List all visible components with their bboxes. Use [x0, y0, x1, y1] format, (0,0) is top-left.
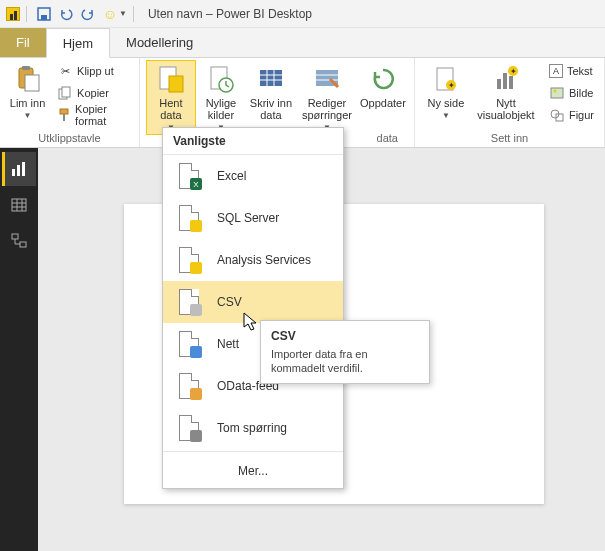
- new-page-icon: ✦: [431, 64, 461, 94]
- scissors-icon: ✂: [57, 63, 73, 79]
- undo-icon[interactable]: [57, 5, 75, 23]
- shapes-button[interactable]: Figur: [545, 104, 598, 126]
- separator: [26, 6, 27, 22]
- svg-rect-24: [497, 79, 501, 89]
- svg-rect-13: [260, 70, 282, 86]
- enter-data-icon: [256, 64, 286, 94]
- tab-file[interactable]: Fil: [0, 28, 46, 57]
- source-icon: [177, 414, 201, 442]
- dropdown-item-csv[interactable]: CSV: [163, 281, 343, 323]
- recent-icon: [206, 64, 236, 94]
- svg-rect-6: [62, 87, 70, 97]
- svg-point-30: [553, 90, 556, 93]
- enter-label: Skriv inn data: [248, 97, 294, 121]
- model-view-button[interactable]: [2, 224, 36, 258]
- cut-button[interactable]: ✂Klipp ut: [53, 60, 133, 82]
- enter-data-button[interactable]: Skriv inn data: [246, 60, 296, 121]
- dropdown-more[interactable]: Mer...: [163, 454, 343, 488]
- svg-rect-42: [20, 242, 26, 247]
- source-icon: [177, 204, 201, 232]
- dropdown-item-label: CSV: [217, 295, 242, 309]
- new-page-button[interactable]: ✦ Ny side ▼: [421, 60, 471, 122]
- dropdown-item-label: Excel: [217, 169, 246, 183]
- recent-sources-button[interactable]: Nylige kilder ▼: [196, 60, 246, 134]
- source-icon: [177, 246, 201, 274]
- tab-home[interactable]: Hjem: [46, 28, 110, 58]
- svg-rect-4: [25, 75, 39, 91]
- svg-rect-33: [12, 169, 15, 176]
- svg-rect-25: [503, 73, 507, 89]
- insert-group-label: Sett inn: [421, 130, 598, 147]
- source-icon: [177, 330, 201, 358]
- image-icon: [549, 85, 565, 101]
- ribbon-group-insert: ✦ Ny side ▼ ✦ Nytt visualobjekt ATekst B…: [415, 58, 605, 147]
- svg-rect-35: [22, 162, 25, 176]
- svg-rect-1: [41, 15, 47, 20]
- window-title: Uten navn – Power BI Desktop: [148, 7, 312, 21]
- view-sidebar: [0, 148, 38, 551]
- clipboard-group-label: Utklippstavle: [6, 130, 133, 147]
- paste-label: Lim inn: [10, 97, 45, 109]
- redo-icon[interactable]: [79, 5, 97, 23]
- dropdown-item-tom-spørring[interactable]: Tom spørring: [163, 407, 343, 449]
- svg-rect-41: [12, 234, 18, 239]
- ribbon-group-clipboard: Lim inn ▼ ✂Klipp ut Kopier Kopier format…: [0, 58, 140, 147]
- refresh-button[interactable]: Oppdater: [358, 60, 408, 109]
- new-visual-button[interactable]: ✦ Nytt visualobjekt: [471, 60, 541, 121]
- edit-queries-button[interactable]: Rediger spørringer ▼: [296, 60, 358, 134]
- copy-icon: [57, 85, 73, 101]
- edit-queries-icon: [312, 64, 342, 94]
- dropdown-item-label: Nett: [217, 337, 239, 351]
- paste-icon: [13, 64, 43, 94]
- svg-rect-36: [12, 199, 26, 211]
- data-view-button[interactable]: [2, 188, 36, 222]
- app-logo-icon: [6, 7, 20, 21]
- tab-modeling[interactable]: Modellering: [110, 28, 209, 57]
- dropdown-item-label: Analysis Services: [217, 253, 311, 267]
- source-icon: X: [177, 162, 201, 190]
- dropdown-item-sql-server[interactable]: SQL Server: [163, 197, 343, 239]
- source-icon: [177, 372, 201, 400]
- report-view-button[interactable]: [2, 152, 36, 186]
- svg-rect-8: [63, 114, 65, 121]
- refresh-label: Oppdater: [360, 97, 406, 109]
- text-button[interactable]: ATekst: [545, 60, 598, 82]
- tooltip: CSV Importer data fra en kommadelt verdi…: [260, 320, 430, 384]
- dropdown-header: Vanligste: [163, 128, 343, 155]
- brush-icon: [57, 107, 71, 123]
- tooltip-body: Importer data fra en kommadelt verdifil.: [271, 347, 419, 375]
- separator: [133, 6, 134, 22]
- svg-text:✦: ✦: [509, 67, 516, 76]
- paste-button[interactable]: Lim inn ▼: [6, 60, 49, 122]
- refresh-icon: [368, 64, 398, 94]
- smiley-icon[interactable]: ☺: [101, 5, 119, 23]
- format-painter-button[interactable]: Kopier format: [53, 104, 133, 126]
- dropdown-item-excel[interactable]: XExcel: [163, 155, 343, 197]
- dropdown-item-label: SQL Server: [217, 211, 279, 225]
- svg-rect-26: [509, 76, 513, 89]
- get-data-label: Hent data: [148, 97, 194, 121]
- svg-rect-7: [60, 109, 68, 114]
- new-page-label: Ny side: [428, 97, 465, 109]
- svg-rect-10: [169, 76, 183, 92]
- source-icon: [177, 288, 201, 316]
- save-icon[interactable]: [35, 5, 53, 23]
- svg-rect-29: [551, 88, 563, 98]
- copy-button[interactable]: Kopier: [53, 82, 133, 104]
- svg-rect-3: [22, 66, 30, 70]
- text-icon: A: [549, 64, 563, 78]
- separator: [163, 451, 343, 452]
- get-data-button[interactable]: Hent data ▼: [146, 60, 196, 135]
- shapes-icon: [549, 107, 565, 123]
- image-button[interactable]: Bilde: [545, 82, 598, 104]
- svg-rect-34: [17, 165, 20, 176]
- new-visual-label: Nytt visualobjekt: [473, 97, 539, 121]
- edit-queries-label: Rediger spørringer: [298, 97, 356, 121]
- new-visual-icon: ✦: [491, 64, 521, 94]
- ribbon-tabs: Fil Hjem Modellering: [0, 28, 605, 58]
- get-data-icon: [156, 64, 186, 94]
- title-bar: ☺ ▼ Uten navn – Power BI Desktop: [0, 0, 605, 28]
- dropdown-item-label: Tom spørring: [217, 421, 287, 435]
- get-data-dropdown: Vanligste XExcelSQL ServerAnalysis Servi…: [162, 127, 344, 489]
- dropdown-item-analysis-services[interactable]: Analysis Services: [163, 239, 343, 281]
